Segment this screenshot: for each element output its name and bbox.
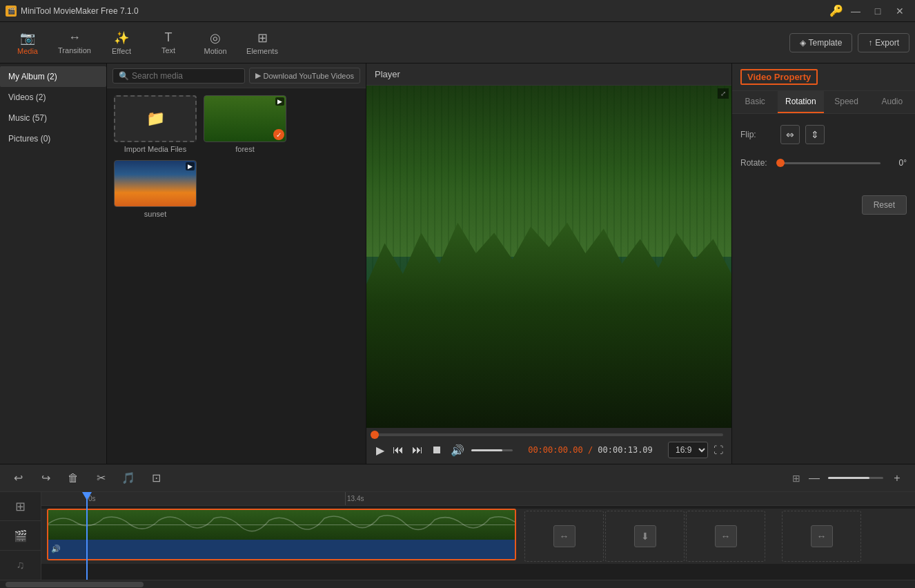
cut-button[interactable]: ✂ xyxy=(91,469,110,488)
export-icon: ↑ xyxy=(868,38,872,48)
search-icon: 🔍 xyxy=(119,71,129,81)
tab-audio[interactable]: Audio xyxy=(869,91,915,113)
tab-speed[interactable]: Speed xyxy=(824,91,869,113)
rotate-value: 0° xyxy=(886,158,907,168)
audio-detach-button[interactable]: 🎵 xyxy=(119,469,138,488)
motion-icon: ◎ xyxy=(210,30,221,46)
video-clip[interactable]: 🔊 xyxy=(47,509,516,560)
timeline-playhead[interactable] xyxy=(86,492,88,580)
scrollbar-thumb[interactable] xyxy=(6,582,144,587)
media-button[interactable]: 📷 Media xyxy=(6,25,50,61)
template-label: Template xyxy=(809,38,843,48)
timeline-scrollbar[interactable] xyxy=(0,580,915,588)
sidebar-item-videos[interactable]: Videos (2) xyxy=(0,87,106,108)
player-video: ⤢ xyxy=(366,86,731,428)
maximize-button[interactable]: □ xyxy=(868,1,887,21)
player-header: Player xyxy=(366,63,731,86)
sunset-thumb: ▶ xyxy=(114,160,197,207)
progress-bar[interactable] xyxy=(375,433,723,436)
text-label: Text xyxy=(161,46,175,55)
flip-vertical-button[interactable]: ⇕ xyxy=(805,125,825,144)
folder-icon: 📁 xyxy=(146,110,165,128)
search-input[interactable] xyxy=(132,71,239,81)
app-title: MiniTool MovieMaker Free 7.1.0 xyxy=(21,6,829,16)
sunset-label: sunset xyxy=(144,210,166,218)
aspect-ratio-select[interactable]: 16:9 4:3 1:1 xyxy=(668,442,708,458)
reset-button[interactable]: Reset xyxy=(862,195,907,215)
timeline-toolbar: ↩ ↪ 🗑 ✂ 🎵 ⊡ ⊞ — + xyxy=(0,464,915,492)
video-track-label: 🎬 xyxy=(0,521,41,550)
download-label: Download YouTube Videos xyxy=(264,72,355,80)
close-button[interactable]: ✕ xyxy=(890,1,909,21)
media-panel: 🔍 ▶ Download YouTube Videos 📁 Import Med… xyxy=(107,63,366,464)
template-icon: ◈ xyxy=(800,38,806,48)
volume-button[interactable]: 🔊 xyxy=(449,442,466,458)
rotate-thumb[interactable] xyxy=(776,159,785,167)
transition-slot-download[interactable]: ⬇ xyxy=(605,511,685,562)
forest-media-item[interactable]: ▶ ✓ forest xyxy=(204,95,286,153)
property-title: Video Property xyxy=(740,69,818,85)
sidebar-item-pictures[interactable]: Pictures (0) xyxy=(0,128,106,149)
stop-button[interactable]: ⏹ xyxy=(430,442,444,458)
main-area: My Album (2) Videos (2) Music (57) Pictu… xyxy=(0,63,915,464)
controls-row: ▶ ⏮ ⏭ ⏹ 🔊 00:00:00.00 / 00:00:13.09 16:9… xyxy=(375,442,723,458)
add-track-label[interactable]: ⊞ xyxy=(0,492,41,521)
flip-horizontal-button[interactable]: ⇔ xyxy=(780,125,800,144)
media-grid: 📁 Import Media Files ▶ ✓ forest ▶ sunset xyxy=(107,88,366,225)
timeline-track-labels: ⊞ 🎬 ♫ xyxy=(0,492,41,580)
motion-button[interactable]: ◎ Motion xyxy=(193,25,237,61)
zoom-slider[interactable] xyxy=(828,477,883,479)
fullscreen-button[interactable]: ⛶ xyxy=(714,444,723,455)
timeline-content: ⊞ 🎬 ♫ 0s 13.4s xyxy=(0,492,915,580)
zoom-in-button[interactable]: + xyxy=(887,469,907,488)
transition-button[interactable]: ↔ Transition xyxy=(52,25,97,61)
player-controls: ▶ ⏮ ⏭ ⏹ 🔊 00:00:00.00 / 00:00:13.09 16:9… xyxy=(366,428,731,464)
expand-button[interactable]: ⤢ xyxy=(718,88,729,99)
template-button[interactable]: ◈ Template xyxy=(789,33,853,52)
elements-icon: ⊞ xyxy=(257,30,268,46)
zoom-out-button[interactable]: — xyxy=(805,469,824,488)
sunset-media-item[interactable]: ▶ sunset xyxy=(114,160,197,218)
titlebar: 🎬 MiniTool MovieMaker Free 7.1.0 🔑 — □ ✕ xyxy=(0,0,915,22)
download-youtube-button[interactable]: ▶ Download YouTube Videos xyxy=(249,68,361,84)
trans-arrow-download: ⬇ xyxy=(634,525,656,547)
media-label: Media xyxy=(17,47,38,55)
minimize-button[interactable]: — xyxy=(846,1,865,21)
import-thumb[interactable]: 📁 xyxy=(114,95,197,142)
text-button[interactable]: T Text xyxy=(146,25,190,61)
text-icon: T xyxy=(165,30,173,45)
transition-slot-2[interactable]: ↔ xyxy=(686,511,765,562)
play-button[interactable]: ▶ xyxy=(375,442,386,458)
export-label: Export xyxy=(875,38,899,48)
elements-button[interactable]: ⊞ Elements xyxy=(240,25,284,61)
effect-icon: ✨ xyxy=(114,30,129,46)
forest-check: ✓ xyxy=(273,129,284,140)
sidebar-item-album[interactable]: My Album (2) xyxy=(0,66,106,87)
transition-slot-1[interactable]: ↔ xyxy=(524,511,604,562)
player-panel: Player ⤢ ▶ ⏮ ⏭ ⏹ 🔊 xyxy=(366,63,732,464)
redo-button[interactable]: ↪ xyxy=(36,469,55,488)
search-box[interactable]: 🔍 xyxy=(112,68,245,84)
next-button[interactable]: ⏭ xyxy=(411,442,424,458)
trans-arrow-1: ↔ xyxy=(553,525,575,547)
delete-button[interactable]: 🗑 xyxy=(63,469,83,488)
progress-thumb[interactable] xyxy=(371,431,379,439)
transition-slot-empty1 xyxy=(767,511,780,562)
volume-slider[interactable] xyxy=(471,449,513,451)
undo-button[interactable]: ↩ xyxy=(8,469,28,488)
rotate-slider[interactable] xyxy=(780,162,880,164)
video-placeholder xyxy=(366,86,731,428)
prev-button[interactable]: ⏮ xyxy=(391,442,405,458)
transition-slot-3[interactable]: ↔ xyxy=(782,511,861,562)
crop-button[interactable]: ⊡ xyxy=(146,469,166,488)
effect-button[interactable]: ✨ Effect xyxy=(99,25,144,61)
export-button[interactable]: ↑ Export xyxy=(858,33,909,52)
forest-label: forest xyxy=(235,145,255,153)
elements-label: Elements xyxy=(246,47,278,55)
time-display: 00:00:00.00 / 00:00:13.09 xyxy=(518,445,662,455)
tab-basic[interactable]: Basic xyxy=(732,91,778,113)
import-media-item[interactable]: 📁 Import Media Files xyxy=(114,95,197,153)
tab-rotation[interactable]: Rotation xyxy=(778,91,823,113)
timeline-ruler: 0s 13.4s xyxy=(41,492,915,506)
sidebar-item-music[interactable]: Music (57) xyxy=(0,108,106,128)
